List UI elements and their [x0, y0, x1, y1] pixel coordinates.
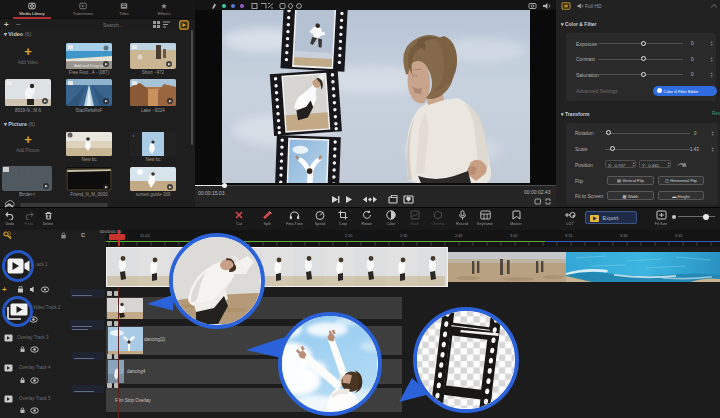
svg-text:Add and Drag to: Add and Drag to: [74, 63, 104, 68]
